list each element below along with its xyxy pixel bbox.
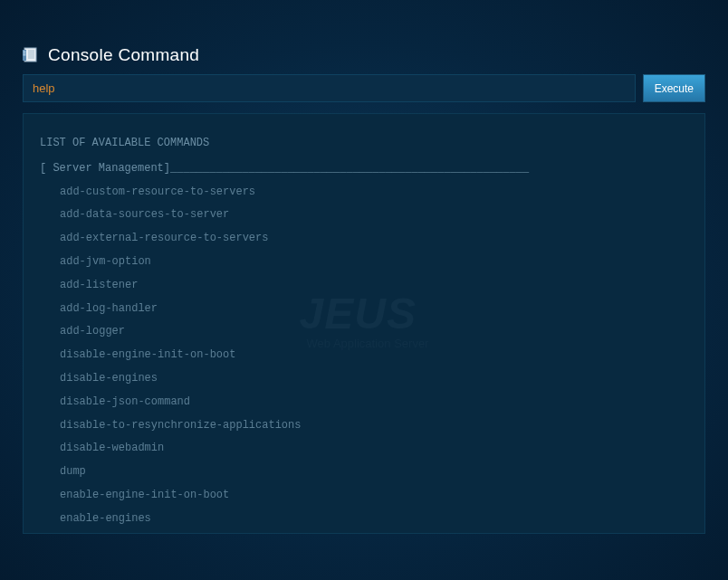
command-line: add-log-handler [40,298,688,321]
svg-rect-2 [24,51,26,52]
command-line: disable-webadmin [40,437,688,461]
page-title: Console Command [48,45,199,65]
command-list-container: add-custom-resource-to-serversadd-data-s… [40,181,688,531]
command-line: add-jvm-option [40,251,688,274]
command-line: enable-engine-init-on-boot [40,484,688,508]
output-wrapper: JEUS Web Application Server LIST OF AVAI… [23,113,705,534]
execute-button[interactable]: Execute [643,74,705,102]
svg-rect-3 [24,52,26,54]
svg-rect-4 [24,54,26,56]
command-line: dump [40,461,688,484]
command-line: add-data-sources-to-server [40,204,688,227]
output-title: LIST OF AVAILABLE COMMANDS [40,132,688,156]
output-section: [ Server Management]____________________… [40,157,688,181]
console-output[interactable]: JEUS Web Application Server LIST OF AVAI… [24,114,704,533]
command-line: disable-engines [40,367,688,391]
command-line: disable-engine-init-on-boot [40,344,688,367]
command-line: add-custom-resource-to-servers [40,181,688,204]
command-line: add-listener [40,274,688,298]
command-line: disable-to-resynchronize-applications [40,414,688,438]
console-icon [23,47,41,63]
command-input-row: Execute [23,74,705,102]
command-line: add-external-resource-to-servers [40,227,688,251]
command-line: add-logger [40,320,688,344]
command-input[interactable] [23,74,636,102]
page-header: Console Command [23,45,705,65]
command-line: enable-engines [40,508,688,531]
command-line: disable-json-command [40,391,688,414]
